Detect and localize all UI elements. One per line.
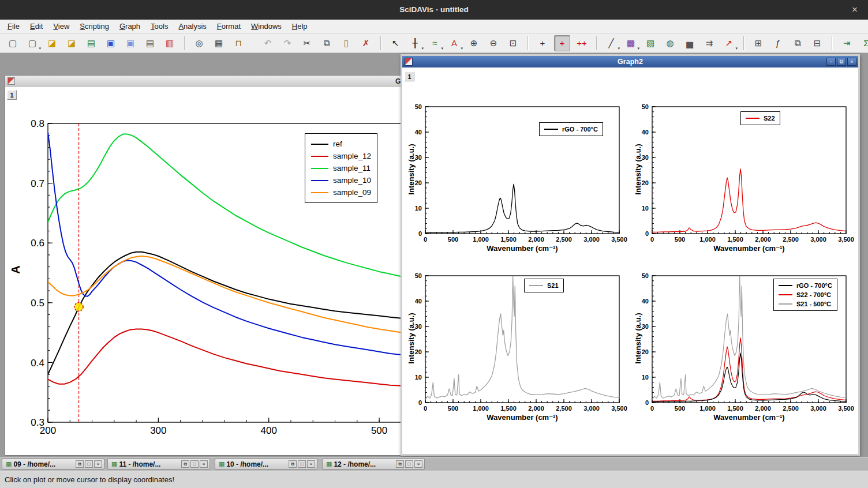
menu-item-help[interactable]: Help — [287, 20, 313, 33]
new-aspect-icon[interactable]: ▢▾ — [24, 35, 40, 51]
raman-br-legend[interactable]: rGO - 700°CS22 - 700°CS21 - 500°C — [773, 279, 837, 311]
taskbar-maximize-icon[interactable]: □ — [405, 460, 413, 468]
plot-3d-icon[interactable]: ◍ — [662, 35, 678, 51]
paste-icon[interactable]: ▯ — [338, 35, 354, 51]
graph1-titlebar[interactable]: G — [5, 76, 402, 88]
draw-line-icon[interactable]: ╱▾ — [603, 35, 619, 51]
taskbar-maximize-icon[interactable]: □ — [85, 460, 93, 468]
cut-icon[interactable]: ✂ — [299, 35, 315, 51]
export-pdf-icon[interactable]: ▥ — [162, 35, 178, 51]
taskbar-item-11[interactable]: ▦11 - /home/...⧉□× — [107, 459, 210, 470]
add-text-icon[interactable]: A▾ — [446, 35, 462, 51]
print-icon[interactable]: ▤ — [142, 35, 158, 51]
new-project-icon[interactable]: ▢ — [5, 35, 21, 51]
select-data-range-dropdown-arrow[interactable]: ▾ — [421, 46, 424, 51]
save-template-icon[interactable]: ▣ — [122, 35, 139, 51]
taskbar-close-icon[interactable]: × — [307, 460, 315, 468]
import-ascii-icon[interactable]: ▤ — [83, 35, 99, 51]
menu-item-analysis[interactable]: Analysis — [173, 20, 211, 33]
menu-item-scripting[interactable]: Scripting — [74, 20, 114, 33]
lock-toolbars-icon[interactable]: ⊓ — [230, 35, 246, 51]
copy-icon[interactable]: ⧉ — [319, 35, 335, 51]
legend-line-sample — [779, 294, 792, 295]
arrange-layers-icon[interactable]: ⊟ — [809, 35, 825, 51]
taskbar-close-icon[interactable]: × — [414, 460, 422, 468]
fit-wizard-icon[interactable]: ƒ — [770, 35, 786, 51]
graph2-layer-button[interactable]: 1 — [405, 72, 414, 81]
raman_bl-plot[interactable]: 05001,0001,5002,0002,5003,0003,500010203… — [409, 271, 628, 415]
add-text-dropdown-arrow[interactable]: ▾ — [461, 46, 463, 51]
column-statistics-icon[interactable]: Σ — [858, 35, 868, 51]
import-table-icon[interactable]: ⇥ — [839, 35, 855, 51]
uvvis-legend[interactable]: refsample_12sample_11sample_10sample_09 — [305, 133, 377, 203]
menu-item-windows[interactable]: Windows — [246, 20, 287, 33]
svg-text:1,500: 1,500 — [500, 405, 517, 412]
zoom-out-icon[interactable]: ⊖ — [485, 35, 502, 51]
raman-bl-legend[interactable]: S21 — [524, 279, 564, 292]
taskbar-maximize-icon[interactable]: □ — [190, 460, 199, 468]
raman-chart-s21[interactable]: 05001,0001,5002,0002,5003,0003,500010203… — [409, 271, 628, 415]
graph2-minimize-button[interactable]: − — [826, 58, 836, 66]
taskbar-item-12[interactable]: ▦12 - /home/...⧉□× — [322, 459, 425, 470]
undo-icon[interactable]: ↶ — [260, 35, 276, 51]
raman-tl-legend[interactable]: rGO - 700°C — [539, 122, 603, 136]
project-explorer-icon[interactable]: ◎ — [191, 35, 207, 51]
graph2-titlebar[interactable]: Graph2 −⧉× — [402, 56, 858, 67]
draw-arrow-dropdown-arrow[interactable]: ▾ — [735, 46, 738, 51]
menu-item-edit[interactable]: Edit — [25, 20, 48, 33]
redo-icon[interactable]: ↷ — [279, 35, 295, 51]
menu-item-tools[interactable]: Tools — [145, 20, 173, 33]
save-project-icon[interactable]: ▣ — [103, 35, 119, 51]
data-reader-icon[interactable]: + — [554, 35, 570, 51]
graph2-restore-button[interactable]: ⧉ — [837, 58, 846, 66]
rescale-to-show-all-icon[interactable]: ⊡ — [505, 35, 521, 51]
histogram-icon[interactable]: ▅ — [682, 35, 698, 51]
titlebar[interactable]: SciDAVis - untitled × — [0, 0, 868, 20]
taskbar-restore-icon[interactable]: ⧉ — [289, 460, 297, 468]
svg-text:10: 10 — [415, 205, 422, 212]
delete-selection-icon[interactable]: ✗ — [358, 35, 374, 51]
zoom-in-icon[interactable]: ⊕ — [466, 35, 482, 51]
close-icon[interactable]: × — [841, 0, 868, 20]
legend-entry-s21: S21 - 500°C — [779, 299, 832, 309]
raman-tr-legend[interactable]: S22 — [740, 111, 780, 125]
curve-style-dropdown-arrow[interactable]: ▾ — [441, 46, 443, 51]
select-range-icon[interactable]: ++ — [574, 35, 590, 51]
new-aspect-dropdown-arrow[interactable]: ▾ — [39, 46, 41, 51]
graph1-layer-button[interactable]: 1 — [7, 90, 17, 100]
draw-line-dropdown-arrow[interactable]: ▾ — [618, 46, 620, 51]
taskbar-item-10[interactable]: ▦10 - /home/...⧉□× — [215, 459, 317, 470]
select-range-glyph: ++ — [577, 39, 587, 47]
select-data-range-icon[interactable]: ╂▾ — [407, 35, 423, 51]
taskbar-restore-icon[interactable]: ⧉ — [181, 460, 189, 468]
taskbar-item-label: 10 - /home/... — [226, 460, 287, 468]
taskbar-restore-icon[interactable]: ⧉ — [396, 460, 404, 468]
curve-s21 — [425, 276, 619, 400]
open-project-icon[interactable]: ◪ — [44, 35, 60, 51]
vector-plot-icon[interactable]: ⇉ — [701, 35, 717, 51]
taskbar-restore-icon[interactable]: ⧉ — [76, 460, 84, 468]
pointer-icon[interactable]: ↖ — [387, 35, 403, 51]
results-log-icon[interactable]: ▦ — [211, 35, 227, 51]
screen-reader-icon[interactable]: + — [534, 35, 551, 51]
add-image-icon[interactable]: ▧ — [642, 35, 659, 51]
taskbar-item-09[interactable]: ▦09 - /home/...⧉□× — [2, 459, 104, 470]
open-template-icon[interactable]: ◪ — [63, 35, 80, 51]
curve-style-icon[interactable]: ≈▾ — [426, 35, 443, 51]
menu-item-graph[interactable]: Graph — [114, 20, 145, 33]
draw-arrow-icon[interactable]: ↗▾ — [721, 35, 737, 51]
taskbar-maximize-icon[interactable]: □ — [298, 460, 306, 468]
taskbar-close-icon[interactable]: × — [94, 460, 102, 468]
add-layer-icon[interactable]: ⊞ — [750, 35, 766, 51]
duplicate-window-icon[interactable]: ⧉ — [790, 35, 806, 51]
graph2-close-button[interactable]: × — [847, 58, 856, 66]
legend-line-sample — [529, 285, 543, 286]
menu-item-format[interactable]: Format — [212, 20, 246, 33]
color-map-dropdown-arrow[interactable]: ▾ — [637, 46, 639, 51]
menu-item-file[interactable]: File — [2, 20, 25, 33]
color-map-icon[interactable]: ▩▾ — [623, 35, 639, 51]
svg-text:0: 0 — [424, 405, 427, 412]
color-map-glyph: ▩ — [627, 39, 635, 47]
menu-item-view[interactable]: View — [48, 20, 74, 33]
taskbar-close-icon[interactable]: × — [200, 460, 208, 468]
